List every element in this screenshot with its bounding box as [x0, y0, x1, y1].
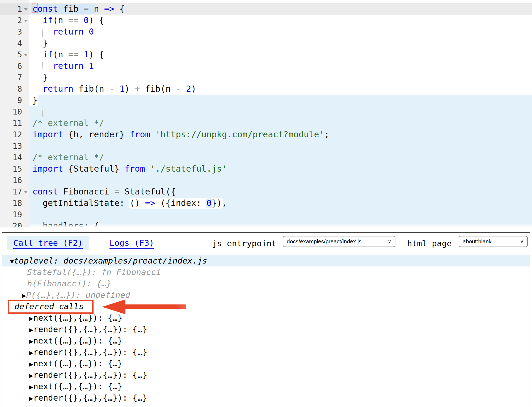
call-tree-row-label: toplevel: docs/examples/preact/index.js — [14, 256, 207, 265]
code-tokens: const Fibonacci = Stateful({ — [32, 186, 176, 197]
gutter-line: 18 — [0, 197, 29, 209]
gutter-line: 4 — [0, 37, 29, 49]
code-tokens: import {h, render} from 'https://unpkg.c… — [32, 129, 329, 139]
fold-toggle-icon[interactable] — [24, 20, 28, 22]
code-tokens: /* external */ — [32, 118, 104, 128]
code-line[interactable] — [29, 175, 532, 186]
tab-logs-label: Logs (F3) — [109, 238, 154, 249]
code-line[interactable]: return fib(n - 1) + fib(n - 2) — [29, 83, 532, 95]
token-op: = — [114, 186, 119, 197]
js-entrypoint-select[interactable]: docs/examples/preact/index.js ∨ — [283, 236, 395, 247]
html-page-select[interactable]: about:blank ∨ — [459, 236, 528, 247]
token-pl: ; — [324, 129, 329, 139]
fold-toggle-icon[interactable] — [24, 8, 28, 11]
code-line[interactable]: const Fibonacci = Stateful({ — [29, 186, 532, 197]
code-line[interactable]: if(n == 1) { — [29, 49, 532, 60]
expand-arrow-icon[interactable]: ▶ — [29, 383, 33, 391]
code-line[interactable]: const fib = n => { — [29, 3, 532, 15]
code-line[interactable]: getInitialState: () => ({index: 0}), — [29, 197, 532, 209]
code-line[interactable]: return 1 — [29, 60, 532, 72]
tab-logs[interactable]: Logs (F3) — [103, 236, 161, 250]
code-line[interactable]: /* external */ — [29, 117, 532, 129]
code-line[interactable]: import {h, render} from 'https://unpkg.c… — [29, 129, 532, 140]
token-op: - — [176, 84, 181, 94]
line-number: 14 — [0, 152, 29, 163]
line-number: 11 — [0, 117, 29, 129]
code-line[interactable]: /* external */ — [29, 152, 532, 163]
call-tree-row[interactable]: ▶render({},{…},{…}): {…} — [2, 369, 530, 381]
token-pl: ) — [125, 84, 135, 94]
expand-arrow-icon[interactable]: ▶ — [29, 372, 33, 379]
token-pl: } — [32, 38, 48, 48]
call-tree-panel: Call tree (F2) Logs (F3) js entrypoint d… — [2, 232, 530, 407]
token-pl — [32, 15, 43, 25]
call-tree-row[interactable]: ▶next({…},{…}): {…} — [2, 358, 530, 369]
code-line[interactable]: } — [29, 72, 532, 83]
token-op: + — [135, 84, 140, 94]
code-area[interactable]: const fib = n => { if(n == 0) { return 0… — [29, 0, 532, 227]
call-tree-row[interactable]: ▶render({},{…},{…}): {…} — [2, 324, 530, 335]
call-tree-row[interactable]: ▶P({…},{…}): undefined — [2, 289, 530, 301]
token-kw: if — [43, 49, 53, 60]
code-tokens: if(n == 1) { — [32, 49, 104, 60]
expand-arrow-icon[interactable]: ▶ — [29, 315, 33, 322]
collapse-arrow-icon[interactable]: ▼ — [10, 258, 14, 265]
call-tree-row[interactable]: ▶next({…},{…}): {…} — [2, 381, 530, 392]
js-entrypoint-value: docs/examples/preact/index.js — [287, 238, 361, 245]
expand-arrow-icon[interactable]: ▶ — [29, 337, 33, 345]
call-tree-row-label: Stateful({…}): fn Fibonacci — [27, 267, 161, 277]
code-tokens: /* external */ — [32, 152, 104, 162]
code-line[interactable] — [29, 209, 532, 220]
code-line[interactable] — [29, 106, 532, 117]
call-tree-row[interactable]: Stateful({…}): fn Fibonacci — [2, 266, 530, 278]
token-pl — [32, 84, 43, 94]
expand-arrow-icon[interactable]: ▶ — [29, 326, 33, 334]
token-pl: Fibonacci — [58, 186, 114, 197]
call-tree-row[interactable]: ▶render({},{…},{…}): {…} — [2, 392, 530, 404]
fold-toggle-icon[interactable] — [24, 54, 28, 56]
code-line[interactable] — [29, 140, 532, 152]
expand-arrow-icon[interactable]: ▶ — [29, 395, 33, 402]
code-line[interactable]: return 0 — [29, 26, 532, 37]
token-kw: if — [43, 15, 53, 25]
tab-call-tree-label: Call tree (F2) — [13, 238, 83, 249]
token-pl — [150, 129, 155, 139]
code-line[interactable]: } — [29, 37, 532, 49]
call-tree-row[interactable]: ▶render({},{…},{…}): {…} — [2, 346, 530, 358]
token-pl: { — [114, 4, 125, 14]
code-tokens: return fib(n - 1) + fib(n - 2) — [32, 84, 196, 94]
token-pl: ) — [191, 84, 196, 94]
gutter-line: 5 — [0, 49, 29, 60]
call-tree-row[interactable]: ▶next({…},{…}): {…} — [2, 335, 530, 346]
line-number: 15 — [0, 163, 29, 175]
token-kw: => — [104, 4, 115, 14]
chevron-down-icon: ∨ — [520, 239, 524, 244]
fold-toggle-icon[interactable] — [24, 191, 28, 193]
code-line[interactable]: if(n == 0) { — [29, 15, 532, 26]
token-pl — [32, 61, 53, 71]
call-tree-row-label: h(Fibonacci): {…} — [27, 279, 111, 288]
expand-arrow-icon[interactable]: ▶ — [29, 349, 33, 357]
html-page-value: about:blank — [463, 238, 492, 245]
code-line[interactable]: import {Stateful} from './stateful.js' — [29, 163, 532, 175]
line-number: 13 — [0, 140, 29, 152]
call-tree-row-toplevel[interactable]: ▼toplevel: docs/examples/preact/index.js — [2, 255, 530, 266]
tab-call-tree[interactable]: Call tree (F2) — [7, 236, 89, 250]
call-tree-row[interactable]: h(Fibonacci): {…} — [2, 278, 530, 289]
deferred-calls-highlight-box — [8, 300, 94, 314]
token-op: == — [68, 49, 79, 60]
code-line[interactable]: } — [29, 95, 532, 106]
token-pl — [78, 15, 83, 25]
token-pl: fib(n — [140, 84, 176, 94]
code-tokens: return 0 — [32, 27, 94, 37]
chevron-down-icon: ∨ — [388, 239, 391, 244]
token-pl — [114, 84, 119, 94]
token-pl: }), — [212, 198, 227, 208]
code-editor[interactable]: 1234567891011121314151617181920 const fi… — [0, 0, 532, 227]
expand-arrow-icon[interactable]: ▶ — [22, 292, 26, 299]
token-pl: fib — [58, 4, 83, 14]
token-pl — [145, 164, 150, 174]
expand-arrow-icon[interactable]: ▶ — [29, 360, 33, 368]
token-pl — [181, 84, 186, 94]
js-entrypoint-label: js entrypoint — [212, 239, 277, 248]
